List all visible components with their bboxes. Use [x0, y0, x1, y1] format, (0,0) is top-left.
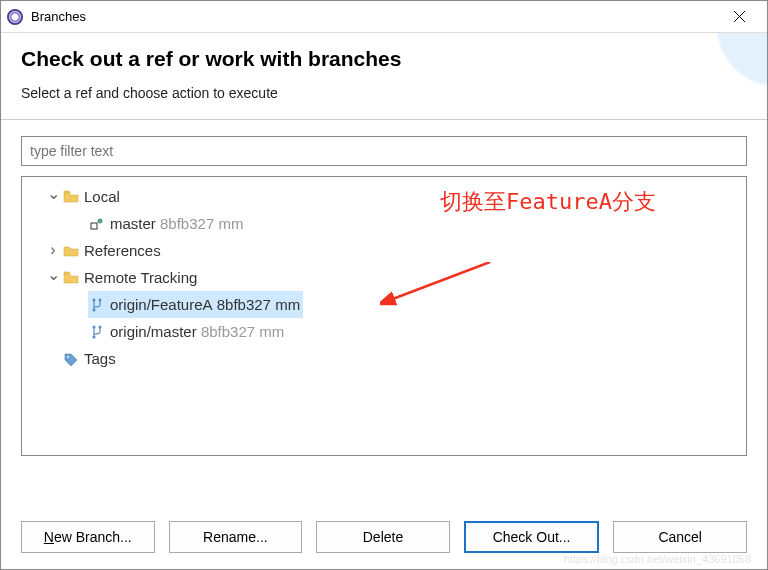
- commit-hash: 8bfb327: [201, 318, 255, 345]
- tree-label: Remote Tracking: [84, 264, 197, 291]
- svg-point-9: [93, 335, 96, 338]
- branch-checkout-icon: [88, 216, 106, 232]
- tree-label: Local: [84, 183, 120, 210]
- folder-icon: [62, 189, 80, 205]
- folder-icon: [62, 243, 80, 259]
- tree-node-tags[interactable]: Tags: [26, 345, 742, 372]
- commit-msg: mm: [275, 291, 300, 318]
- svg-point-4: [93, 298, 96, 301]
- branch-name: origin/FeatureA: [110, 291, 213, 318]
- chevron-down-icon[interactable]: [44, 273, 62, 283]
- svg-point-3: [98, 219, 102, 223]
- button-bar: New Branch... Rename... Delete Check Out…: [1, 521, 767, 553]
- svg-rect-2: [91, 223, 97, 229]
- tree-node-remote-tracking[interactable]: Remote Tracking: [26, 264, 742, 291]
- tree-node-references[interactable]: References: [26, 237, 742, 264]
- branch-name: master: [110, 210, 156, 237]
- tree-node-origin-featurea[interactable]: origin/FeatureA 8bfb327 mm: [26, 291, 742, 318]
- titlebar: Branches: [1, 1, 767, 33]
- filter-input[interactable]: [21, 136, 747, 166]
- new-branch-button[interactable]: New Branch...: [21, 521, 155, 553]
- branch-name: origin/master: [110, 318, 197, 345]
- delete-button[interactable]: Delete: [316, 521, 450, 553]
- svg-point-8: [99, 325, 102, 328]
- svg-point-5: [99, 298, 102, 301]
- tree-label: Tags: [84, 345, 116, 372]
- chevron-right-icon[interactable]: [44, 246, 62, 256]
- remote-branch-icon: [88, 297, 106, 313]
- folder-icon: [62, 270, 80, 286]
- page-subtitle: Select a ref and choose action to execut…: [21, 85, 747, 101]
- remote-branch-icon: [88, 324, 106, 340]
- tags-icon: [62, 351, 80, 367]
- annotation-text: 切换至FeatureA分支: [440, 187, 656, 217]
- check-out-button[interactable]: Check Out...: [464, 521, 600, 553]
- eclipse-icon: [7, 9, 23, 25]
- cancel-button[interactable]: Cancel: [613, 521, 747, 553]
- tree-label: References: [84, 237, 161, 264]
- dialog-header: Check out a ref or work with branches Se…: [1, 33, 767, 119]
- header-decoration: [657, 33, 767, 113]
- dialog-body: Local master 8bfb327 mm References: [1, 119, 767, 472]
- window-title: Branches: [31, 9, 86, 24]
- close-button[interactable]: [719, 3, 759, 31]
- rename-button[interactable]: Rename...: [169, 521, 303, 553]
- commit-msg: mm: [259, 318, 284, 345]
- tree-node-origin-master[interactable]: origin/master 8bfb327 mm: [26, 318, 742, 345]
- ref-tree[interactable]: Local master 8bfb327 mm References: [21, 176, 747, 456]
- page-title: Check out a ref or work with branches: [21, 47, 747, 71]
- chevron-down-icon[interactable]: [44, 192, 62, 202]
- svg-point-6: [93, 308, 96, 311]
- close-icon: [734, 11, 745, 22]
- svg-point-7: [93, 325, 96, 328]
- commit-hash: 8bfb327: [160, 210, 214, 237]
- svg-point-10: [67, 356, 69, 358]
- watermark: https://blog.csdn.net/weixin_43691058: [564, 553, 751, 565]
- commit-hash: 8bfb327: [217, 291, 271, 318]
- commit-msg: mm: [218, 210, 243, 237]
